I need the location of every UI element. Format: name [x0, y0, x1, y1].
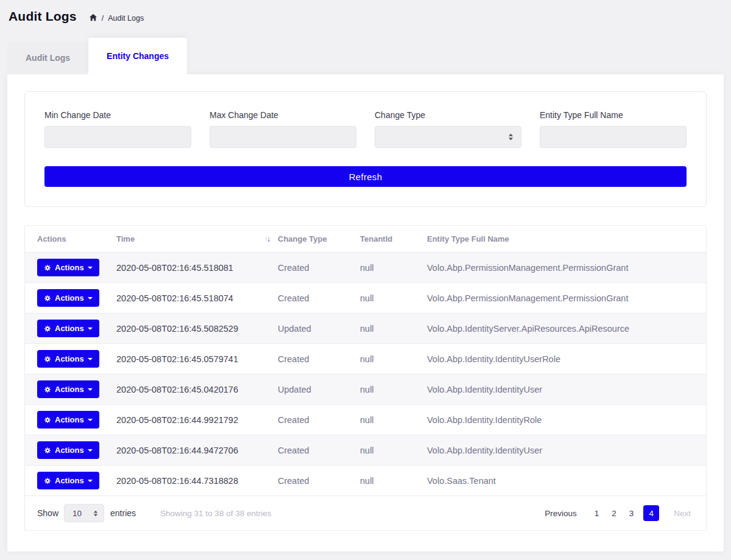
header-tenant-id: TenantId	[360, 234, 427, 243]
row-actions-label: Actions	[55, 354, 84, 363]
header-time[interactable]: Time ↑↓	[116, 234, 278, 243]
entries-label: entries	[110, 508, 136, 518]
cell-change-type: Created	[278, 354, 360, 364]
cell-entity-type: Volo.Abp.Identity.IdentityUser	[427, 446, 706, 455]
tab-entity-changes[interactable]: Entity Changes	[88, 38, 187, 74]
row-actions-label: Actions	[55, 263, 84, 272]
row-actions-button[interactable]: Actions	[37, 441, 99, 459]
row-actions-button[interactable]: Actions	[37, 380, 99, 398]
caret-down-icon	[88, 358, 93, 360]
table-row: Actions 2020-05-08T02:16:45.0579741 Crea…	[25, 344, 706, 374]
row-actions-label: Actions	[55, 476, 84, 485]
table-row: Actions 2020-05-08T02:16:44.7318828 Crea…	[25, 466, 706, 496]
header-actions: Actions	[25, 234, 116, 243]
filter-card: Min Change Date Max Change Date Change T…	[24, 91, 707, 207]
row-actions-button[interactable]: Actions	[37, 259, 99, 276]
min-change-date-input[interactable]	[44, 126, 191, 148]
pagination-page-1[interactable]: 1	[592, 509, 602, 518]
tab-audit-logs[interactable]: Audit Logs	[7, 41, 88, 74]
cell-time: 2020-05-08T02:16:44.9921792	[116, 415, 278, 425]
header-time-label: Time	[116, 234, 135, 243]
topbar: Audit Logs / Audit Logs	[0, 0, 731, 33]
change-type-select[interactable]	[375, 126, 521, 148]
filter-change-type: Change Type	[375, 110, 521, 148]
cell-tenant-id: null	[360, 263, 427, 273]
entries-summary: Showing 31 to 38 of 38 entries	[160, 509, 271, 518]
breadcrumb-separator: /	[102, 14, 104, 23]
page-title: Audit Logs	[9, 9, 77, 24]
cell-change-type: Created	[278, 263, 360, 273]
entity-changes-table: Actions Time ↑↓ Change Type TenantId Ent…	[24, 225, 707, 531]
cell-change-type: Created	[278, 415, 360, 425]
cell-time: 2020-05-08T02:16:45.5082529	[116, 324, 278, 334]
table-footer: Show 10 entries Showing 31 to 38 of 38 e…	[25, 496, 706, 530]
row-actions-button[interactable]: Actions	[37, 350, 99, 368]
cell-entity-type: Volo.Abp.PermissionManagement.Permission…	[427, 293, 706, 303]
show-label: Show	[37, 508, 58, 518]
cell-entity-type: Volo.Abp.PermissionManagement.Permission…	[427, 263, 706, 273]
table-row: Actions 2020-05-08T02:16:44.9472706 Crea…	[25, 435, 706, 466]
table-header-row: Actions Time ↑↓ Change Type TenantId Ent…	[25, 226, 706, 253]
refresh-button[interactable]: Refresh	[44, 166, 687, 187]
row-actions-button[interactable]: Actions	[37, 289, 99, 307]
cell-time: 2020-05-08T02:16:45.0579741	[116, 354, 278, 364]
pagination-page-4[interactable]: 4	[643, 505, 659, 521]
header-entity-type: Entity Type Full Name	[427, 234, 706, 243]
caret-down-icon	[88, 267, 93, 269]
cell-tenant-id: null	[360, 415, 427, 425]
cell-tenant-id: null	[360, 324, 427, 334]
entity-type-input[interactable]	[540, 126, 687, 148]
table-row: Actions 2020-05-08T02:16:45.518081 Creat…	[25, 253, 706, 283]
cell-tenant-id: null	[360, 385, 427, 394]
home-icon[interactable]	[89, 13, 97, 22]
pagination-previous[interactable]: Previous	[542, 509, 580, 518]
table-body: Actions 2020-05-08T02:16:45.518081 Creat…	[25, 253, 706, 496]
pagination-page-3[interactable]: 3	[626, 509, 637, 518]
row-actions-label: Actions	[55, 293, 84, 303]
cell-entity-type: Volo.Abp.IdentityServer.ApiResources.Api…	[427, 324, 706, 334]
cell-time: 2020-05-08T02:16:45.0420176	[116, 385, 278, 394]
cell-tenant-id: null	[360, 293, 427, 303]
pagination-page-2[interactable]: 2	[609, 509, 620, 518]
change-type-label: Change Type	[375, 110, 521, 120]
row-actions-label: Actions	[55, 385, 84, 394]
row-actions-label: Actions	[55, 446, 84, 455]
select-updown-icon	[93, 510, 98, 517]
cell-time: 2020-05-08T02:16:45.518081	[116, 263, 278, 273]
caret-down-icon	[88, 419, 93, 421]
page-size-value: 10	[72, 509, 82, 518]
max-change-date-input[interactable]	[210, 126, 356, 148]
cell-tenant-id: null	[360, 476, 427, 486]
row-actions-button[interactable]: Actions	[37, 472, 99, 489]
breadcrumb: / Audit Logs	[89, 14, 144, 23]
row-actions-button[interactable]: Actions	[37, 320, 99, 337]
cell-entity-type: Volo.Abp.Identity.IdentityUser	[427, 385, 706, 394]
table-row: Actions 2020-05-08T02:16:44.9921792 Crea…	[25, 405, 706, 435]
header-change-type: Change Type	[278, 234, 360, 243]
cell-tenant-id: null	[360, 354, 427, 364]
caret-down-icon	[88, 480, 93, 482]
filter-entity-type: Entity Type Full Name	[540, 110, 687, 148]
cell-entity-type: Volo.Abp.Identity.IdentityRole	[427, 415, 706, 425]
tab-bar: Audit Logs Entity Changes	[7, 38, 724, 74]
cell-time: 2020-05-08T02:16:44.9472706	[116, 446, 278, 455]
caret-down-icon	[88, 449, 93, 452]
table-row: Actions 2020-05-08T02:16:45.518074 Creat…	[25, 283, 706, 313]
row-actions-button[interactable]: Actions	[37, 411, 99, 429]
cell-change-type: Created	[278, 476, 360, 486]
cell-change-type: Created	[278, 293, 360, 303]
row-actions-label: Actions	[55, 324, 84, 333]
entity-type-label: Entity Type Full Name	[540, 110, 687, 120]
cell-change-type: Updated	[278, 385, 360, 394]
min-change-date-label: Min Change Date	[44, 110, 191, 120]
cell-change-type: Updated	[278, 324, 360, 334]
pagination-next[interactable]: Next	[671, 509, 694, 518]
filter-min-change-date: Min Change Date	[44, 110, 191, 148]
breadcrumb-current: Audit Logs	[108, 14, 144, 23]
select-updown-icon	[508, 133, 514, 141]
page-size-select[interactable]: 10	[64, 504, 104, 522]
cell-entity-type: Volo.Saas.Tenant	[427, 476, 706, 486]
sort-icon[interactable]: ↑↓	[264, 235, 269, 243]
caret-down-icon	[88, 388, 93, 391]
max-change-date-label: Max Change Date	[210, 110, 356, 120]
